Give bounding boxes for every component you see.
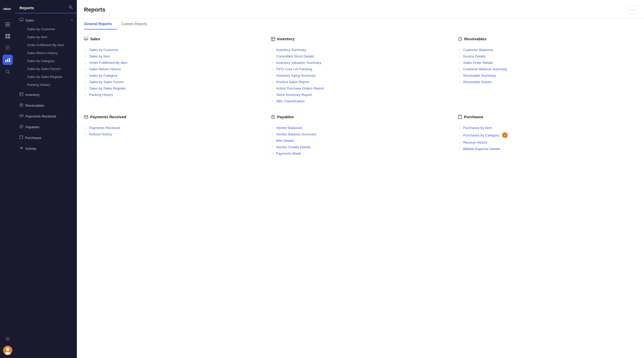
sidebar-sub-item[interactable]: Sales by Customer <box>23 25 77 33</box>
chevron-right-icon: › <box>72 115 73 118</box>
payables-section-title: Payables <box>277 115 294 119</box>
report-link[interactable]: ☆Sales by Category <box>84 72 263 79</box>
report-link[interactable]: ☆Sales Order Details <box>458 59 637 66</box>
star-icon: ☆ <box>271 152 274 155</box>
report-link[interactable]: ☆Vendor Balance Summary <box>271 131 450 137</box>
svg-line-22 <box>71 8 72 9</box>
invoice-icon[interactable] <box>3 43 13 53</box>
sidebar-sub-item[interactable]: Sales by Item <box>23 33 77 41</box>
app-logo: zakya <box>3 3 12 18</box>
star-icon: ☆ <box>458 141 461 144</box>
dashboard-icon[interactable] <box>3 31 13 41</box>
report-link[interactable]: ☆Inventory Summary <box>271 47 450 53</box>
user-avatar[interactable] <box>3 346 12 355</box>
star-icon: ☆ <box>271 86 274 90</box>
sidebar-item-payables[interactable]: Payables › <box>15 122 77 132</box>
chevron-right-icon: › <box>72 93 73 96</box>
main-panel: Reports ⋯ General Reports Custom Reports… <box>77 0 644 358</box>
sidebar-payables-label: Payables <box>25 125 40 129</box>
sidebar-section-receivables: Receivables › <box>15 101 77 110</box>
report-link[interactable]: ☆Inventory Valuation Summary <box>271 59 450 66</box>
report-section-payments-received: Payments Received ☆Payments Received ☆Re… <box>84 115 263 157</box>
svg-rect-26 <box>20 115 23 117</box>
report-link[interactable]: ☆Payments Made <box>271 150 450 157</box>
star-icon: ☆ <box>458 74 461 77</box>
section-header-purchases: Purchases <box>458 115 637 121</box>
report-link[interactable]: ☆Refund History <box>84 131 263 137</box>
star-icon: ☆ <box>84 61 87 65</box>
report-link[interactable]: ☆ Purchases by Category ★ <box>458 131 637 139</box>
report-link[interactable]: ☆Customer Balance Summary <box>458 66 637 72</box>
star-icon: ☆ <box>84 74 87 77</box>
report-link[interactable]: ☆Payments Received <box>84 125 263 131</box>
report-link[interactable]: ☆Sales by Customer <box>84 47 263 53</box>
inventory-nav-icon <box>19 92 23 97</box>
report-link[interactable]: ☆Vendor Credits Details <box>271 144 450 150</box>
svg-rect-35 <box>84 116 88 118</box>
sidebar-sub-item[interactable]: Order Fulfillment By Item <box>23 41 77 49</box>
svg-rect-4 <box>5 34 7 36</box>
settings-icon[interactable] <box>3 334 13 344</box>
report-link[interactable]: ☆Sales Return History <box>84 66 263 72</box>
sidebar-sub-item[interactable]: Sales Return History <box>23 49 77 57</box>
tab-general-reports[interactable]: General Reports <box>84 19 117 29</box>
more-options-button[interactable]: ⋯ <box>628 5 637 14</box>
report-link[interactable]: ☆Committed Stock Details <box>271 53 450 59</box>
svg-line-16 <box>8 72 10 74</box>
svg-text:zakya: zakya <box>3 7 11 10</box>
sidebar-sales-sub: Sales by Customer Sales by Item Order Fu… <box>15 25 77 89</box>
reports-active-icon[interactable] <box>3 55 13 65</box>
report-link[interactable]: ☆Sales by Item <box>84 53 263 59</box>
sidebar-item-activity[interactable]: Activity › <box>15 144 77 153</box>
report-link[interactable]: ☆Purchases by Item <box>458 125 637 131</box>
report-link[interactable]: ☆FIFO Cost Lot Tracking <box>271 66 450 72</box>
report-link[interactable]: ☆Invoice Details <box>458 53 637 59</box>
report-link[interactable]: ☆Active Purchase Orders Report <box>271 85 450 92</box>
sidebar-section-payables: Payables › <box>15 122 77 132</box>
report-link[interactable]: ☆Inventory Aging Summary <box>271 72 450 79</box>
sidebar-sub-item[interactable]: Packing History <box>23 81 77 89</box>
section-header-payables: Payables <box>271 115 450 121</box>
chevron-down-icon: ▾ <box>71 19 73 22</box>
report-link[interactable]: ☆Sales by Sales Register <box>84 85 263 92</box>
sidebar-sub-item[interactable]: Sales by Category <box>23 57 77 65</box>
report-link[interactable]: ☆Order Fulfillment By Item <box>84 59 263 66</box>
report-link[interactable]: ☆Stock Summary Report <box>271 92 450 98</box>
tab-custom-reports[interactable]: Custom Reports <box>121 19 152 29</box>
sidebar-item-sales[interactable]: Sales ▾ <box>15 15 77 25</box>
payables-nav-icon <box>19 125 23 129</box>
sidebar-receivables-label: Receivables <box>25 104 44 107</box>
sidebar-sub-item[interactable]: Sales by Sales Register <box>23 73 77 81</box>
report-link[interactable]: ☆Receivable Summary <box>458 72 637 79</box>
report-link[interactable]: ☆Receive History <box>458 139 637 146</box>
menu-icon[interactable] <box>3 19 13 29</box>
sidebar-item-purchases[interactable]: Purchases › <box>15 133 77 143</box>
report-section-inventory: Inventory ☆Inventory Summary ☆Committed … <box>271 37 450 104</box>
sidebar-item-inventory[interactable]: Inventory › <box>15 90 77 100</box>
star-icon: ☆ <box>458 80 461 84</box>
svg-rect-1 <box>5 23 10 23</box>
report-link[interactable]: ☆Product Sales Report <box>271 79 450 85</box>
report-link[interactable]: ☆Bills Details <box>271 137 450 144</box>
report-link[interactable]: ☆ABC Classification <box>271 98 450 104</box>
report-link[interactable]: ☆Sales by Sales Person <box>84 79 263 85</box>
sidebar-search-icon[interactable] <box>69 5 73 10</box>
sidebar-item-receivables[interactable]: Receivables › <box>15 101 77 110</box>
svg-point-19 <box>6 347 9 351</box>
report-link[interactable]: ☆Billable Expense Details <box>458 146 637 152</box>
report-link[interactable]: ☆Vendor Balances <box>271 125 450 131</box>
sidebar-item-payments-received[interactable]: Payments Received › <box>15 111 77 121</box>
star-icon: ☆ <box>84 93 87 97</box>
search-nav-icon[interactable] <box>3 66 13 77</box>
tabs-bar: General Reports Custom Reports <box>77 19 644 29</box>
report-link[interactable]: ☆Packing History <box>84 92 263 98</box>
report-link[interactable]: ☆Customer Balances <box>458 47 637 53</box>
star-icon: ☆ <box>84 54 87 58</box>
svg-rect-13 <box>7 59 8 62</box>
star-icon: ☆ <box>458 48 461 52</box>
svg-rect-14 <box>9 58 10 62</box>
icon-bar: zakya <box>0 0 15 358</box>
report-link[interactable]: ☆Receivable Details <box>458 79 637 85</box>
sidebar-sub-item[interactable]: Sales by Sales Person <box>23 65 77 73</box>
svg-rect-33 <box>271 37 275 41</box>
